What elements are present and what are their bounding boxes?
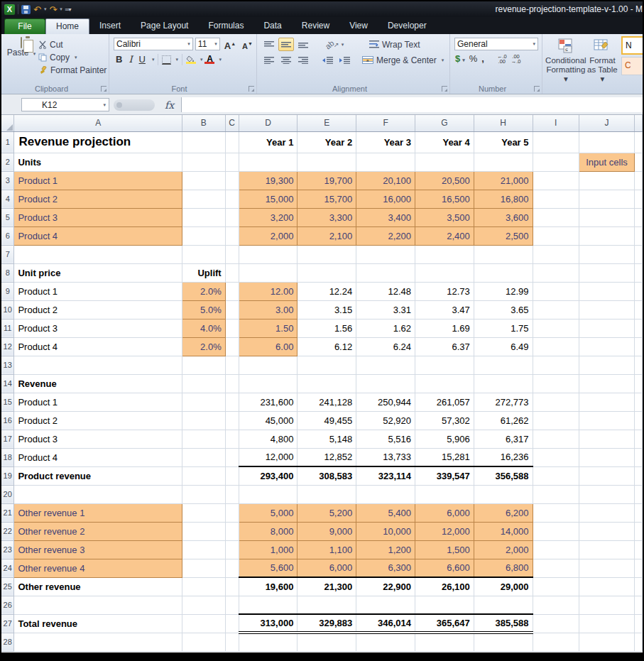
shrink-font-button[interactable]: A▼	[240, 38, 255, 50]
alignment-dialog-launcher[interactable]	[442, 86, 447, 92]
cell-H1[interactable]: Year 5	[474, 131, 533, 153]
cell-edge1[interactable]	[634, 131, 642, 153]
cell-E8[interactable]	[298, 263, 356, 282]
cell-J21[interactable]	[579, 503, 635, 522]
cell-A25[interactable]: Other revenue	[14, 577, 182, 596]
cell-I14[interactable]	[533, 374, 579, 393]
cell-C7[interactable]	[225, 245, 239, 263]
cell-I20[interactable]	[533, 485, 579, 503]
col-header-A[interactable]: A	[14, 115, 182, 131]
merge-center-button[interactable]: a Merge & Center ▾	[362, 55, 444, 65]
cell-edge14[interactable]	[634, 374, 642, 393]
cell-J19[interactable]	[579, 466, 635, 485]
row-header-9[interactable]: 9	[1, 282, 14, 300]
cell-H27[interactable]: 385,588	[474, 614, 533, 633]
cell-C18[interactable]	[225, 448, 239, 466]
cell-G19[interactable]: 339,547	[415, 466, 474, 485]
cell-B4[interactable]	[182, 190, 225, 208]
cell-D16[interactable]: 45,000	[239, 411, 298, 430]
cell-I17[interactable]	[533, 430, 579, 448]
cell-H7[interactable]	[474, 245, 533, 263]
cell-edge7[interactable]	[634, 245, 642, 263]
cell-E17[interactable]: 5,148	[298, 430, 356, 448]
cell-H2[interactable]	[474, 153, 533, 171]
decrease-decimal-button[interactable]: .00→.0	[511, 54, 521, 64]
cell-D18[interactable]: 12,000	[239, 448, 298, 466]
col-header-E[interactable]: E	[298, 115, 356, 131]
cell-E1[interactable]: Year 2	[298, 131, 356, 153]
formula-bar-splitter[interactable]	[114, 99, 155, 111]
cell-style-tile[interactable]: C	[621, 57, 643, 75]
cell-B23[interactable]	[182, 540, 225, 559]
row-header-3[interactable]: 3	[1, 171, 14, 190]
cell-I18[interactable]	[533, 448, 579, 466]
cell-E21[interactable]: 5,200	[298, 503, 356, 522]
cell-D3[interactable]: 19,300	[239, 171, 298, 190]
cell-F20[interactable]	[356, 485, 415, 503]
cell-I8[interactable]	[533, 263, 579, 282]
select-all-corner[interactable]	[1, 115, 14, 131]
cell-B2[interactable]	[182, 153, 225, 171]
col-header-H[interactable]: H	[474, 115, 533, 131]
cell-A22[interactable]: Other revenue 2	[14, 522, 182, 540]
cell-B7[interactable]	[182, 245, 225, 263]
align-middle-button[interactable]	[278, 38, 294, 51]
cell-F7[interactable]	[356, 245, 415, 263]
cell-edge28[interactable]	[634, 633, 642, 651]
number-format-combo[interactable]: General▾	[454, 38, 538, 50]
tab-view[interactable]: View	[339, 18, 378, 34]
cell-H22[interactable]: 14,000	[474, 522, 533, 540]
cell-C5[interactable]	[225, 208, 239, 226]
cell-D1[interactable]: Year 1	[239, 131, 298, 153]
cell-D2[interactable]	[239, 153, 298, 171]
copy-button[interactable]: Copy ▾	[38, 51, 107, 64]
cell-B19[interactable]	[182, 466, 225, 485]
col-header-G[interactable]: G	[415, 115, 474, 131]
cell-E25[interactable]: 21,300	[298, 577, 356, 596]
row-header-10[interactable]: 10	[1, 300, 14, 319]
cell-edge19[interactable]	[634, 466, 642, 485]
row-header-18[interactable]: 18	[1, 448, 14, 466]
customize-qat-button[interactable]: ═▾	[65, 6, 71, 13]
cell-B14[interactable]	[182, 374, 225, 393]
cell-F25[interactable]: 22,900	[356, 577, 415, 596]
cell-J28[interactable]	[579, 633, 635, 651]
col-header-edge[interactable]	[634, 115, 642, 131]
cell-edge20[interactable]	[634, 485, 642, 503]
undo-button[interactable]: ↶	[33, 5, 41, 14]
cell-B1[interactable]	[182, 131, 225, 153]
cell-A18[interactable]: Product 4	[14, 448, 182, 466]
cell-F19[interactable]: 323,114	[356, 466, 415, 485]
cell-H6[interactable]: 2,500	[474, 226, 533, 245]
cell-I22[interactable]	[533, 522, 579, 540]
col-header-D[interactable]: D	[239, 115, 298, 131]
cell-D12[interactable]: 6.00	[239, 337, 298, 356]
cell-B3[interactable]	[182, 171, 225, 190]
cell-B26[interactable]	[182, 596, 225, 614]
wrap-text-button[interactable]: Wrap Text	[369, 40, 420, 50]
cell-E20[interactable]	[298, 485, 356, 503]
row-header-20[interactable]: 20	[1, 485, 14, 503]
cell-H4[interactable]: 16,800	[474, 190, 533, 208]
cell-C4[interactable]	[225, 190, 239, 208]
cell-I27[interactable]	[533, 614, 579, 633]
cell-F18[interactable]: 13,733	[356, 448, 415, 466]
tab-developer[interactable]: Developer	[378, 18, 437, 34]
cell-I9[interactable]	[533, 282, 579, 300]
cell-I24[interactable]	[533, 559, 579, 577]
cell-H9[interactable]: 12.99	[474, 282, 533, 300]
cell-G12[interactable]: 6.37	[415, 337, 474, 356]
row-header-16[interactable]: 16	[1, 411, 14, 430]
cell-I12[interactable]	[533, 337, 579, 356]
cell-F10[interactable]: 3.31	[356, 300, 415, 319]
col-header-C[interactable]: C	[225, 115, 239, 131]
row-header-26[interactable]: 26	[1, 596, 14, 614]
fill-color-caret[interactable]: ▾	[200, 57, 203, 62]
cell-H24[interactable]: 6,800	[474, 559, 533, 577]
cell-H28[interactable]	[474, 633, 533, 651]
cell-B5[interactable]	[182, 208, 225, 226]
cell-H23[interactable]: 2,000	[474, 540, 533, 559]
cell-F14[interactable]	[356, 374, 415, 393]
cell-edge16[interactable]	[634, 411, 642, 430]
cell-G25[interactable]: 26,100	[415, 577, 474, 596]
